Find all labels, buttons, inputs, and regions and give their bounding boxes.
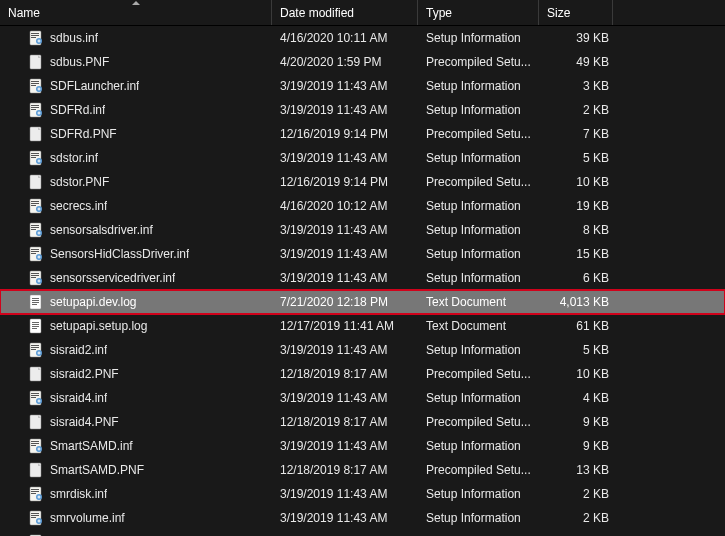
file-name-cell: sdstor.PNF (0, 170, 272, 194)
file-row[interactable]: SDFLauncher.inf3/19/2019 11:43 AMSetup I… (0, 74, 725, 98)
file-row[interactable]: sisraid2.inf3/19/2019 11:43 AMSetup Info… (0, 338, 725, 362)
column-header-type[interactable]: Type (418, 0, 539, 25)
file-type-cell: Setup Information (418, 506, 539, 530)
file-date-cell: 3/19/2019 11:43 AM (272, 482, 418, 506)
file-date-cell: 12/16/2019 9:14 PM (272, 170, 418, 194)
file-row[interactable]: sdstor.inf3/19/2019 11:43 AMSetup Inform… (0, 146, 725, 170)
file-name-cell: SDFRd.PNF (0, 122, 272, 146)
file-row[interactable]: sdbus.PNF4/20/2020 1:59 PMPrecompiled Se… (0, 50, 725, 74)
svg-rect-40 (39, 208, 40, 211)
file-row[interactable]: sdbus.inf4/16/2020 10:11 AMSetup Informa… (0, 26, 725, 50)
svg-rect-6 (39, 40, 40, 43)
file-size-cell: 2 KB (539, 506, 619, 530)
file-row[interactable]: sensorsalsdriver.inf3/19/2019 11:43 AMSe… (0, 218, 725, 242)
file-row[interactable]: sisraid4.PNF12/18/2019 8:17 AMPrecompile… (0, 410, 725, 434)
svg-rect-51 (31, 253, 36, 254)
file-row[interactable]: spaceport.inf7/16/2020 6:42 AMSetup Info… (0, 530, 725, 536)
file-name-cell: SmartSAMD.PNF (0, 458, 272, 482)
file-name: sdbus.inf (50, 31, 98, 45)
svg-rect-75 (31, 349, 36, 350)
file-name-cell: sdbus.PNF (0, 50, 272, 74)
svg-rect-100 (31, 489, 39, 490)
file-name-cell: sensorsservicedriver.inf (0, 266, 272, 290)
file-name-cell: sdbus.inf (0, 26, 272, 50)
pnf-file-icon (28, 54, 44, 70)
svg-rect-26 (31, 153, 39, 154)
txt-file-icon (28, 294, 44, 310)
file-row[interactable]: setupapi.setup.log12/17/2019 11:41 AMTex… (0, 314, 725, 338)
file-name: secrecs.inf (50, 199, 107, 213)
file-size-cell: 5 KB (539, 338, 619, 362)
file-size-cell: 10 KB (539, 362, 619, 386)
svg-rect-17 (31, 105, 39, 106)
inf-file-icon (28, 150, 44, 166)
file-row[interactable]: sisraid2.PNF12/18/2019 8:17 AMPrecompile… (0, 362, 725, 386)
file-type-cell: Precompiled Setu... (418, 50, 539, 74)
svg-rect-28 (31, 157, 36, 158)
svg-rect-2 (31, 35, 39, 36)
column-header-date[interactable]: Date modified (272, 0, 418, 25)
svg-rect-63 (32, 298, 39, 299)
file-name: sensorsservicedriver.inf (50, 271, 175, 285)
file-type-cell: Setup Information (418, 482, 539, 506)
pnf-file-icon (28, 414, 44, 430)
file-row[interactable]: SDFRd.inf3/19/2019 11:43 AMSetup Informa… (0, 98, 725, 122)
svg-rect-49 (31, 249, 39, 250)
svg-rect-43 (31, 227, 39, 228)
file-name: sisraid4.inf (50, 391, 107, 405)
file-name-cell: setupapi.dev.log (0, 290, 272, 314)
svg-rect-42 (31, 225, 39, 226)
svg-rect-12 (31, 85, 36, 86)
file-name: sisraid2.PNF (50, 367, 119, 381)
file-type-cell: Setup Information (418, 194, 539, 218)
file-row[interactable]: sensorsservicedriver.inf3/19/2019 11:43 … (0, 266, 725, 290)
file-row[interactable]: smrvolume.inf3/19/2019 11:43 AMSetup Inf… (0, 506, 725, 530)
file-name-cell: sdstor.inf (0, 146, 272, 170)
file-name-cell: SensorsHidClassDriver.inf (0, 242, 272, 266)
svg-rect-15 (39, 88, 40, 91)
svg-rect-57 (31, 275, 39, 276)
svg-rect-44 (31, 229, 36, 230)
svg-rect-19 (31, 109, 36, 110)
file-size-cell: 9 KB (539, 410, 619, 434)
file-name-cell: spaceport.inf (0, 530, 272, 536)
file-row[interactable]: SmartSAMD.inf3/19/2019 11:43 AMSetup Inf… (0, 434, 725, 458)
file-type-cell: Setup Information (418, 242, 539, 266)
file-date-cell: 3/19/2019 11:43 AM (272, 98, 418, 122)
file-size-cell: 9 KB (539, 434, 619, 458)
svg-rect-109 (31, 517, 36, 518)
file-row[interactable]: sisraid4.inf3/19/2019 11:43 AMSetup Info… (0, 386, 725, 410)
file-row[interactable]: sdstor.PNF12/16/2019 9:14 PMPrecompiled … (0, 170, 725, 194)
svg-rect-96 (39, 448, 40, 451)
file-row[interactable]: setupapi.dev.log7/21/2020 12:18 PMText D… (0, 290, 725, 314)
inf-file-icon (28, 30, 44, 46)
file-row[interactable]: SensorsHidClassDriver.inf3/19/2019 11:43… (0, 242, 725, 266)
file-date-cell: 4/16/2020 10:12 AM (272, 194, 418, 218)
column-header-row: Name Date modified Type Size (0, 0, 725, 26)
inf-file-icon (28, 198, 44, 214)
file-type-cell: Setup Information (418, 98, 539, 122)
svg-rect-68 (32, 322, 39, 323)
column-header-label: Type (426, 6, 452, 20)
svg-rect-112 (39, 520, 40, 523)
file-row[interactable]: smrdisk.inf3/19/2019 11:43 AMSetup Infor… (0, 482, 725, 506)
svg-rect-102 (31, 493, 36, 494)
file-row[interactable]: SmartSAMD.PNF12/18/2019 8:17 AMPrecompil… (0, 458, 725, 482)
column-header-size[interactable]: Size (539, 0, 613, 25)
file-name-cell: secrecs.inf (0, 194, 272, 218)
inf-file-icon (28, 390, 44, 406)
file-row[interactable]: SDFRd.PNF12/16/2019 9:14 PMPrecompiled S… (0, 122, 725, 146)
file-name-cell: sensorsalsdriver.inf (0, 218, 272, 242)
file-date-cell: 3/19/2019 11:43 AM (272, 386, 418, 410)
inf-file-icon (28, 222, 44, 238)
file-size-cell: 2 KB (539, 482, 619, 506)
file-type-cell: Setup Information (418, 386, 539, 410)
file-row[interactable]: secrecs.inf4/16/2020 10:12 AMSetup Infor… (0, 194, 725, 218)
file-type-cell: Setup Information (418, 530, 539, 536)
svg-rect-11 (31, 83, 39, 84)
file-type-cell: Precompiled Setu... (418, 410, 539, 434)
svg-rect-27 (31, 155, 39, 156)
column-header-name[interactable]: Name (0, 0, 272, 25)
file-date-cell: 4/20/2020 1:59 PM (272, 50, 418, 74)
file-name: smrdisk.inf (50, 487, 107, 501)
